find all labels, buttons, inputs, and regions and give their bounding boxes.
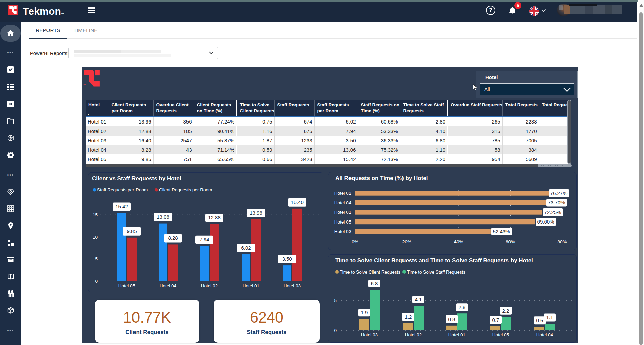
svg-text:1.2: 1.2 [405,314,412,320]
svg-text:13.96: 13.96 [250,210,262,216]
svg-text:73.70%: 73.70% [548,200,565,205]
svg-text:Hotel 04: Hotel 04 [536,332,553,337]
svg-text:8.28: 8.28 [168,235,178,241]
svg-text:15: 15 [93,212,98,217]
svg-text:Hotel 01: Hotel 01 [448,332,465,337]
svg-text:Hotel 02: Hotel 02 [201,283,218,288]
svg-text:Client Requests per Room: Client Requests per Room [159,187,212,192]
svg-text:20%: 20% [402,239,411,244]
svg-text:Hotel 05: Hotel 05 [492,332,509,337]
svg-text:Hotel 04: Hotel 04 [160,283,177,288]
svg-text:3.50: 3.50 [282,256,292,262]
svg-text:12.88: 12.88 [208,215,221,220]
svg-text:16.40: 16.40 [291,199,304,205]
svg-text:Hotel 01: Hotel 01 [243,283,259,288]
svg-text:6.02: 6.02 [241,245,251,251]
svg-text:0%: 0% [352,239,358,244]
svg-text:80%: 80% [557,239,567,244]
svg-text:72.25%: 72.25% [544,209,561,215]
svg-text:2.2: 2.2 [502,308,509,314]
svg-text:7.94: 7.94 [199,237,209,242]
svg-text:13.06: 13.06 [157,214,169,220]
svg-text:9.85: 9.85 [127,228,137,234]
svg-text:69.60%: 69.60% [537,219,554,225]
svg-text:Hotel 01: Hotel 01 [334,210,351,215]
svg-text:0: 0 [95,279,98,284]
svg-text:60%: 60% [506,239,515,244]
svg-text:4.1: 4.1 [415,297,422,302]
svg-text:0: 0 [334,328,337,333]
svg-text:10: 10 [93,235,98,240]
svg-text:2.8: 2.8 [459,304,466,310]
svg-text:0.7: 0.7 [492,317,499,323]
svg-text:Hotel 05: Hotel 05 [118,283,135,288]
svg-text:5: 5 [95,256,98,261]
svg-text:0.6: 0.6 [536,317,543,323]
svg-text:40%: 40% [454,239,463,244]
svg-text:1.9: 1.9 [361,310,368,315]
svg-text:Hotel 03: Hotel 03 [284,283,301,288]
svg-text:Hotel 05: Hotel 05 [334,219,351,225]
svg-text:5: 5 [334,298,337,303]
svg-text:52.43%: 52.43% [493,229,510,234]
svg-text:Hotel 03: Hotel 03 [361,332,378,337]
svg-text:Hotel 02: Hotel 02 [334,191,351,196]
svg-text:15.42: 15.42 [115,204,128,209]
svg-text:Time to Solve Staff Requests: Time to Solve Staff Requests [407,269,465,275]
svg-text:Time to Solve Client Requests: Time to Solve Client Requests [340,269,400,275]
svg-text:1.1: 1.1 [546,314,553,320]
svg-text:0.8: 0.8 [448,316,455,322]
svg-text:Hotel 02: Hotel 02 [405,332,422,337]
svg-text:6.8: 6.8 [371,281,378,286]
svg-text:Staff Requests per Room: Staff Requests per Room [97,187,148,192]
svg-text:Hotel 03: Hotel 03 [334,229,351,234]
svg-text:76.27%: 76.27% [550,190,568,196]
svg-text:Hotel 04: Hotel 04 [334,200,352,205]
